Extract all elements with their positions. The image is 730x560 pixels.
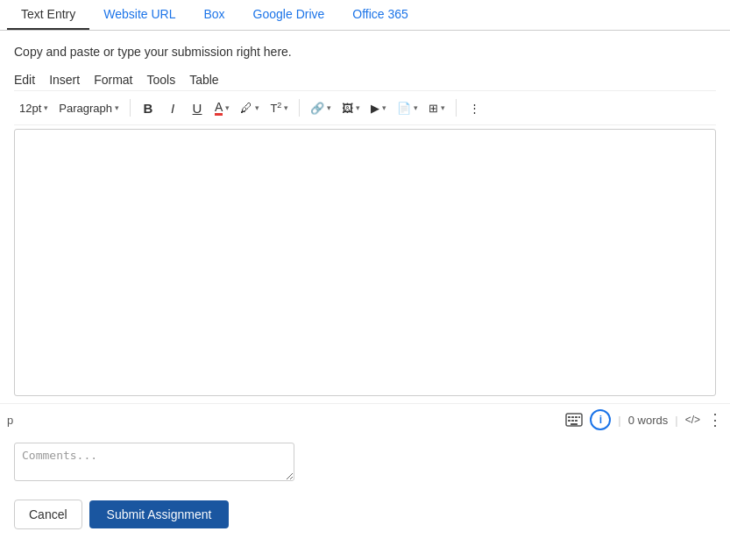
more-options-button[interactable]: ⋮ xyxy=(464,96,485,119)
svg-rect-8 xyxy=(571,423,578,425)
separator-2: | xyxy=(675,414,677,427)
svg-rect-1 xyxy=(568,416,571,418)
highlight-color-selector[interactable]: 🖊 ▾ xyxy=(237,99,263,117)
document-icon: 📄 xyxy=(397,102,411,115)
tab-google-drive[interactable]: Google Drive xyxy=(239,0,339,30)
content-area: Copy and paste or type your submission r… xyxy=(0,31,730,403)
svg-rect-4 xyxy=(578,416,580,418)
word-count: 0 words xyxy=(628,414,669,427)
menu-table[interactable]: Table xyxy=(189,73,218,87)
status-bar: p i | 0 words | </> ⋮ xyxy=(0,403,730,436)
document-selector[interactable]: 📄 ▾ xyxy=(393,100,422,117)
comments-section xyxy=(0,436,730,491)
highlight-chevron: ▾ xyxy=(255,103,259,112)
link-selector[interactable]: 🔗 ▾ xyxy=(307,100,335,117)
align-icon: ⊞ xyxy=(429,102,438,115)
underline-button[interactable]: U xyxy=(187,96,208,119)
image-selector[interactable]: 🖼 ▾ xyxy=(338,100,364,117)
font-color-chevron: ▾ xyxy=(225,103,230,112)
svg-rect-2 xyxy=(571,416,574,418)
paragraph-style-chevron: ▾ xyxy=(115,103,119,112)
image-icon: 🖼 xyxy=(342,102,353,115)
font-size-chevron: ▾ xyxy=(44,103,48,112)
code-view-button[interactable]: </> xyxy=(685,414,700,426)
paragraph-style-value: Paragraph xyxy=(59,102,112,115)
bold-button[interactable]: B xyxy=(138,96,159,119)
divider-2 xyxy=(299,99,300,117)
tab-box[interactable]: Box xyxy=(189,0,238,30)
tab-website-url[interactable]: Website URL xyxy=(89,0,189,30)
superscript-icon: T2 xyxy=(270,101,281,115)
align-selector[interactable]: ⊞ ▾ xyxy=(425,100,449,117)
menu-format[interactable]: Format xyxy=(94,73,132,87)
comments-input[interactable] xyxy=(14,443,294,481)
media-selector[interactable]: ▶ ▾ xyxy=(367,100,390,117)
image-chevron: ▾ xyxy=(356,103,360,112)
accessibility-icon[interactable]: i xyxy=(590,409,611,430)
font-size-value: 12pt xyxy=(19,102,41,115)
menu-edit[interactable]: Edit xyxy=(14,73,35,87)
more-status-button[interactable]: ⋮ xyxy=(707,410,723,429)
svg-rect-5 xyxy=(568,420,571,422)
instruction-text: Copy and paste or type your submission r… xyxy=(14,45,716,59)
superscript-chevron: ▾ xyxy=(284,103,288,112)
font-color-selector[interactable]: A ▾ xyxy=(211,99,233,117)
svg-rect-3 xyxy=(575,416,578,418)
separator-1: | xyxy=(618,414,620,427)
divider-3 xyxy=(456,99,457,117)
svg-rect-6 xyxy=(571,420,574,422)
tab-bar: Text Entry Website URL Box Google Drive … xyxy=(0,0,730,31)
menu-bar: Edit Insert Format Tools Table xyxy=(14,69,716,91)
divider-1 xyxy=(130,99,131,117)
formatting-toolbar: 12pt ▾ Paragraph ▾ B I U A ▾ 🖊 ▾ T2 ▾ xyxy=(14,91,716,125)
italic-button[interactable]: I xyxy=(162,96,183,119)
element-tag: p xyxy=(7,414,13,427)
paragraph-style-selector[interactable]: Paragraph ▾ xyxy=(55,100,123,117)
cancel-button[interactable]: Cancel xyxy=(14,500,82,529)
menu-tools[interactable]: Tools xyxy=(146,73,175,87)
media-chevron: ▾ xyxy=(382,103,386,112)
text-editor[interactable] xyxy=(14,129,716,396)
font-color-icon: A xyxy=(215,101,223,116)
font-size-selector[interactable]: 12pt ▾ xyxy=(16,100,52,117)
keyboard-shortcut-icon[interactable] xyxy=(565,413,583,427)
svg-rect-7 xyxy=(575,420,578,422)
tab-office-365[interactable]: Office 365 xyxy=(338,0,422,30)
align-chevron: ▾ xyxy=(441,103,445,112)
tab-text-entry[interactable]: Text Entry xyxy=(7,0,89,30)
media-icon: ▶ xyxy=(371,102,379,115)
link-chevron: ▾ xyxy=(327,103,331,112)
submit-assignment-button[interactable]: Submit Assignment xyxy=(89,500,230,528)
status-right: i | 0 words | </> ⋮ xyxy=(565,409,723,430)
document-chevron: ▾ xyxy=(414,103,418,112)
footer-buttons: Cancel Submit Assignment xyxy=(0,491,730,538)
menu-insert[interactable]: Insert xyxy=(49,73,80,87)
superscript-selector[interactable]: T2 ▾ xyxy=(266,99,292,117)
link-icon: 🔗 xyxy=(310,102,324,115)
highlight-icon: 🖊 xyxy=(240,101,252,115)
